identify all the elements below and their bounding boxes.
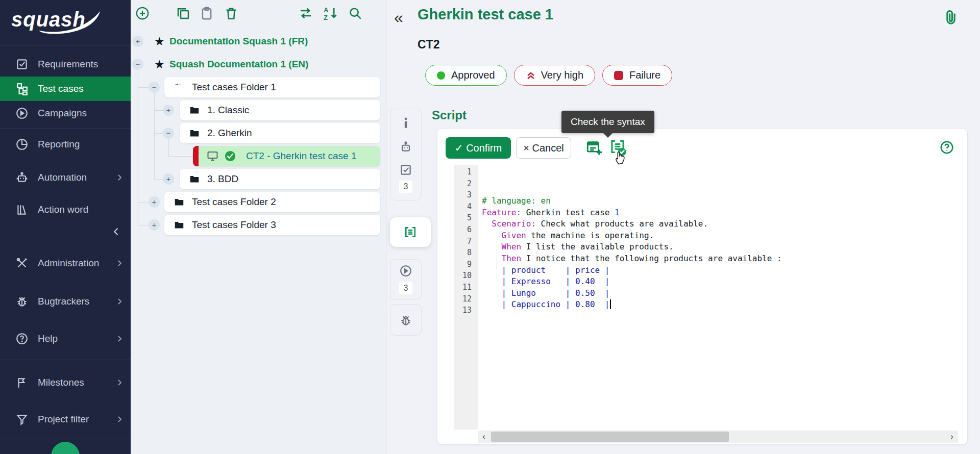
code-line[interactable]	[482, 322, 958, 334]
tab-automation[interactable]	[399, 140, 412, 154]
line-number: 11	[454, 282, 478, 293]
tab-information[interactable]	[399, 116, 412, 130]
status-dot-icon	[437, 71, 445, 80]
sidebar-item-administration[interactable]: Administration	[0, 251, 131, 275]
confirm-button[interactable]: ✓ Confirm	[446, 137, 511, 159]
cancel-button[interactable]: × Cancel	[516, 137, 571, 159]
line-number: 7	[454, 236, 478, 247]
add-datatable-button[interactable]	[585, 139, 603, 158]
tree-node-test-case-selected[interactable]: CT2 - Gherkin test case 1	[193, 146, 380, 166]
tree-node-label: Test cases Folder 2	[192, 196, 276, 208]
code-line[interactable]: Given the machine is operating.	[482, 230, 958, 242]
tree-node-label: 3. BDD	[207, 173, 238, 185]
project-filter-funnel-icon	[15, 413, 29, 426]
sort-alpha-icon: A Z	[323, 6, 338, 21]
code-line[interactable]	[482, 334, 958, 345]
attachments-button[interactable]	[941, 7, 961, 30]
sidebar-item-requirements[interactable]: Requirements	[0, 52, 131, 77]
verified-requirements-count-badge: 3	[399, 181, 412, 193]
code-line[interactable]: Then I notice that the following product…	[482, 253, 958, 265]
tree-connector	[138, 225, 149, 225]
line-number: 6	[454, 224, 478, 236]
copy-button[interactable]	[175, 5, 192, 22]
code-line[interactable]: | product | price |	[482, 265, 958, 276]
paste-clipboard-icon	[199, 6, 214, 21]
copy-icon	[176, 6, 191, 21]
sidebar-item-campaigns[interactable]: Campaigns	[0, 101, 131, 125]
weight-badge[interactable]: Failure	[602, 65, 672, 86]
chevron-right-icon	[115, 297, 124, 306]
sidebar-collapse-button[interactable]	[107, 222, 126, 241]
tree-node-folder[interactable]: 3. BDD	[180, 169, 380, 189]
code-line[interactable]: When I list the available products.	[482, 241, 958, 253]
importance-badge[interactable]: Very high	[514, 65, 595, 86]
anchor-tab-group: 3	[390, 259, 422, 300]
user-avatar[interactable]	[51, 442, 80, 454]
code-lines[interactable]: # language: enFeature: Gherkin test case…	[478, 165, 958, 430]
divider	[0, 360, 131, 360]
search-button[interactable]	[347, 5, 364, 22]
tree-node-project[interactable]: − ★ Squash Documentation 1 (EN)	[131, 58, 365, 71]
sidebar-item-label: Project filter	[38, 414, 89, 425]
indent-guide	[497, 201, 497, 282]
code-line[interactable]: Feature: Gherkin test case 1	[482, 207, 958, 219]
scroll-right-arrow[interactable]: ›	[946, 431, 958, 443]
collapse-icon[interactable]: −	[149, 82, 160, 93]
tree-node-folder[interactable]: Test cases Folder 3	[164, 215, 380, 235]
expand-icon[interactable]: +	[163, 173, 174, 185]
folder-icon	[189, 173, 200, 185]
weight-square-icon	[614, 71, 623, 80]
tab-executions[interactable]	[399, 264, 412, 278]
line-number: 4	[454, 201, 478, 213]
sidebar-item-test-cases[interactable]: Test cases	[0, 77, 131, 101]
badge-row: Approved Very high Failure	[425, 65, 672, 86]
tab-issues[interactable]	[399, 314, 412, 327]
tree-node-folder[interactable]: Test cases Folder 2	[164, 192, 380, 212]
help-button[interactable]	[939, 140, 955, 156]
tree-node-label: Squash Documentation 1 (EN)	[169, 58, 308, 71]
sidebar-item-milestones[interactable]: Milestones	[0, 370, 131, 395]
code-line[interactable]: | Expresso | 0.40 |	[482, 276, 958, 288]
script-icon	[403, 224, 418, 240]
tab-script-active[interactable]	[390, 217, 431, 247]
sidebar-item-automation[interactable]: Automation	[0, 165, 131, 190]
check-syntax-button[interactable]	[607, 138, 628, 158]
expand-icon[interactable]: +	[132, 36, 143, 47]
code-line[interactable]	[482, 311, 958, 322]
tree-node-project[interactable]: + ★ Documentation Squash 1 (FR)	[131, 35, 365, 48]
status-badge[interactable]: Approved	[425, 65, 507, 86]
tab-verified-requirements[interactable]	[399, 163, 412, 176]
automation-robot-icon	[15, 171, 29, 184]
sidebar-item-action-word[interactable]: Action word	[0, 197, 131, 222]
gherkin-script-editor[interactable]: 12345678910111213 # language: enFeature:…	[454, 165, 958, 430]
sidebar-item-bugtrackers[interactable]: Bugtrackers	[0, 289, 131, 314]
code-line[interactable]: | Cappuccino | 0.80 |	[482, 299, 958, 311]
sidebar-item-help[interactable]: Help	[0, 326, 131, 351]
paste-button[interactable]	[198, 5, 215, 22]
tree-node-folder[interactable]: Test cases Folder 1	[164, 77, 380, 97]
tree-node-label: CT2 - Gherkin test case 1	[246, 146, 356, 166]
code-line[interactable]: # language: en	[482, 195, 958, 207]
expand-icon[interactable]: +	[163, 105, 174, 116]
code-line[interactable]: | Lungo | 0.50 |	[482, 288, 958, 299]
expand-icon[interactable]: +	[149, 219, 160, 231]
tree-connector	[168, 156, 193, 157]
new-test-case-button[interactable]	[134, 5, 151, 22]
tree-node-label: Test cases Folder 1	[192, 82, 276, 93]
sidebar-item-reporting[interactable]: Reporting	[0, 132, 131, 157]
sidebar-item-project-filter[interactable]: Project filter	[0, 407, 131, 432]
tree-node-folder[interactable]: 2. Gherkin	[180, 123, 380, 143]
reorder-button[interactable]	[297, 5, 314, 22]
collapse-icon[interactable]: −	[132, 59, 143, 70]
sort-button[interactable]: A Z	[322, 5, 339, 22]
collapse-icon[interactable]: −	[163, 128, 174, 139]
tree-node-folder[interactable]: 1. Classic	[180, 100, 380, 120]
expand-icon[interactable]: +	[149, 196, 160, 208]
scroll-left-arrow[interactable]: ‹	[478, 431, 490, 443]
horizontal-scrollbar[interactable]: ‹ ›	[478, 431, 958, 443]
folder-icon	[174, 82, 185, 93]
delete-button[interactable]	[223, 5, 240, 22]
collapse-panel-chevron[interactable]: «	[394, 7, 403, 28]
code-line[interactable]: Scenario: Check what products are availa…	[482, 218, 958, 230]
scrollbar-thumb[interactable]	[491, 432, 729, 442]
